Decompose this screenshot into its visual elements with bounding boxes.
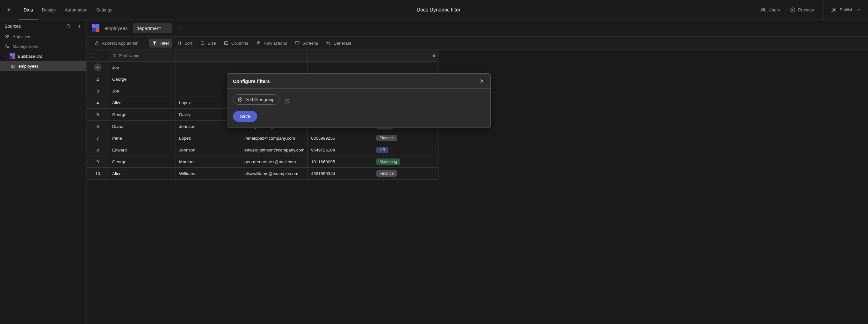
cell-phone[interactable]: 6805899255 xyxy=(308,132,373,144)
size-button[interactable]: Size xyxy=(197,38,219,48)
cell-department[interactable]: HR xyxy=(373,144,438,156)
table-row[interactable]: 10AliceWilliamsalicewilliams@example.com… xyxy=(87,168,438,180)
filter-popover-close[interactable] xyxy=(479,78,485,84)
manage-roles-label: Manage roles xyxy=(13,44,38,49)
cell-first_name[interactable]: Joe xyxy=(109,62,176,73)
app-users-item[interactable]: App users xyxy=(0,32,86,41)
row-gutter[interactable]: 6 xyxy=(87,121,109,132)
user-gear-icon xyxy=(4,44,9,49)
add-view-button[interactable] xyxy=(177,25,183,31)
app-users-label: App users xyxy=(13,34,32,39)
column-header-first-name[interactable]: First Name xyxy=(109,50,176,62)
cell-email[interactable]: alicewilliams@example.com xyxy=(241,168,308,180)
row-actions-button[interactable]: Row actions xyxy=(253,38,290,48)
plus-icon xyxy=(77,24,82,29)
users-icon xyxy=(760,7,766,13)
cell-first_name[interactable]: George xyxy=(109,109,176,121)
filter-popover-title: Configure filters xyxy=(233,79,270,84)
cell-first_name[interactable]: Joe xyxy=(109,85,176,97)
cell-department[interactable]: Finance xyxy=(373,168,438,180)
publish-label: Publish xyxy=(840,7,853,12)
users-button[interactable]: Users xyxy=(760,7,780,13)
crumb-view-chip[interactable]: department xyxy=(133,23,173,33)
row-gutter[interactable]: 8 xyxy=(87,144,109,156)
table-row[interactable]: 9GeorgeMartinezgeorgemartinez@mail.com10… xyxy=(87,156,438,168)
screens-button[interactable]: Screens xyxy=(291,38,321,48)
generate-button[interactable]: Generate xyxy=(322,38,354,48)
cell-first_name[interactable]: George xyxy=(109,156,176,168)
cell-phone[interactable]: 1011660095 xyxy=(308,156,373,168)
add-filter-group-button[interactable]: Add filter group xyxy=(233,94,279,105)
cell-first_name[interactable]: Irene xyxy=(109,132,176,144)
columns-button[interactable]: Columns xyxy=(220,38,251,48)
nav-tab-label: Design xyxy=(42,7,56,12)
cell-first_name[interactable]: George xyxy=(109,73,176,85)
column-header[interactable] xyxy=(176,50,241,62)
row-gutter[interactable]: 3 xyxy=(87,85,109,97)
cell-last_name[interactable]: Johnson xyxy=(176,144,241,156)
row-gutter[interactable]: 9 xyxy=(87,156,109,168)
row-gutter[interactable]: 4 xyxy=(87,97,109,109)
topbar-left: Data Design Automation Settings xyxy=(0,0,117,20)
nav-tab-data[interactable]: Data xyxy=(19,0,38,20)
cell-email[interactable]: georgemartinez@mail.com xyxy=(241,156,308,168)
columns-icon xyxy=(224,40,229,46)
db-item[interactable]: Budibase DB xyxy=(0,51,86,61)
cell-last_name[interactable]: Martinez xyxy=(176,156,241,168)
column-header-department[interactable]: nt xyxy=(373,50,438,62)
cell-department[interactable] xyxy=(373,62,438,73)
crumb-view-menu[interactable] xyxy=(164,26,168,30)
table-row[interactable]: 7IreneLopezirenelopez@company.com6805899… xyxy=(87,132,438,144)
access-indicator[interactable]: Access: App admin xyxy=(91,38,142,48)
crumb-table[interactable]: employees xyxy=(104,26,128,31)
row-gutter[interactable]: 5 xyxy=(87,109,109,121)
filter-button[interactable]: Filter xyxy=(149,38,173,48)
cell-phone[interactable] xyxy=(308,62,373,73)
manage-roles-item[interactable]: Manage roles xyxy=(0,41,86,51)
nav-tab-automation[interactable]: Automation xyxy=(60,0,92,20)
magic-wand-icon xyxy=(326,40,331,46)
cell-email[interactable] xyxy=(241,62,308,73)
filter-save-label: Save xyxy=(240,114,250,119)
publish-button[interactable]: Publish xyxy=(824,0,868,20)
filter-help-button[interactable] xyxy=(284,98,290,104)
table-item-employees[interactable]: employees xyxy=(0,61,86,71)
row-gutter[interactable]: 7 xyxy=(87,132,109,144)
cell-last_name[interactable] xyxy=(176,62,241,73)
cell-department[interactable]: Marketing xyxy=(373,156,438,168)
cell-first_name[interactable]: Alice xyxy=(109,168,176,180)
cell-last_name[interactable]: Lopez xyxy=(176,132,241,144)
cell-first_name[interactable]: Diana xyxy=(109,121,176,132)
row-gutter[interactable]: 10 xyxy=(87,168,109,180)
add-row-button[interactable] xyxy=(94,63,102,71)
nav-tab-label: Automation xyxy=(65,7,87,12)
body: Sources App users Manage roles Budibase … xyxy=(0,20,868,324)
column-header[interactable] xyxy=(241,50,308,62)
row-gutter[interactable] xyxy=(87,62,109,73)
filter-save-button[interactable]: Save xyxy=(233,111,257,122)
nav-tab-design[interactable]: Design xyxy=(38,0,61,20)
cell-phone[interactable]: 4381850344 xyxy=(308,168,373,180)
select-all-header[interactable] xyxy=(87,50,109,62)
crumb-view-name: department xyxy=(137,26,161,31)
nav-tab-settings[interactable]: Settings xyxy=(92,0,117,20)
cell-last_name[interactable]: Williams xyxy=(176,168,241,180)
cell-email[interactable]: edwardjohnson@company.com xyxy=(241,144,308,156)
department-badge: HR xyxy=(376,147,389,153)
cell-first_name[interactable]: Edward xyxy=(109,144,176,156)
cell-email[interactable]: irenelopez@company.com xyxy=(241,132,308,144)
cell-first_name[interactable]: Alice xyxy=(109,97,176,109)
department-badge: Marketing xyxy=(376,158,400,165)
back-button[interactable] xyxy=(0,0,19,20)
row-gutter[interactable]: 2 xyxy=(87,73,109,85)
cell-phone[interactable]: 9549726104 xyxy=(308,144,373,156)
cell-department[interactable]: Finance xyxy=(373,132,438,144)
preview-button[interactable]: Preview xyxy=(790,7,814,13)
sources-search-button[interactable] xyxy=(66,24,71,29)
table-row[interactable]: Joe xyxy=(87,62,438,73)
sort-button[interactable]: Sort xyxy=(174,38,196,48)
table-row[interactable]: 8EdwardJohnsonedwardjohnson@company.com9… xyxy=(87,144,438,156)
column-header[interactable] xyxy=(308,50,373,62)
sources-add-button[interactable] xyxy=(77,24,82,29)
plus-circle-icon xyxy=(238,97,243,102)
